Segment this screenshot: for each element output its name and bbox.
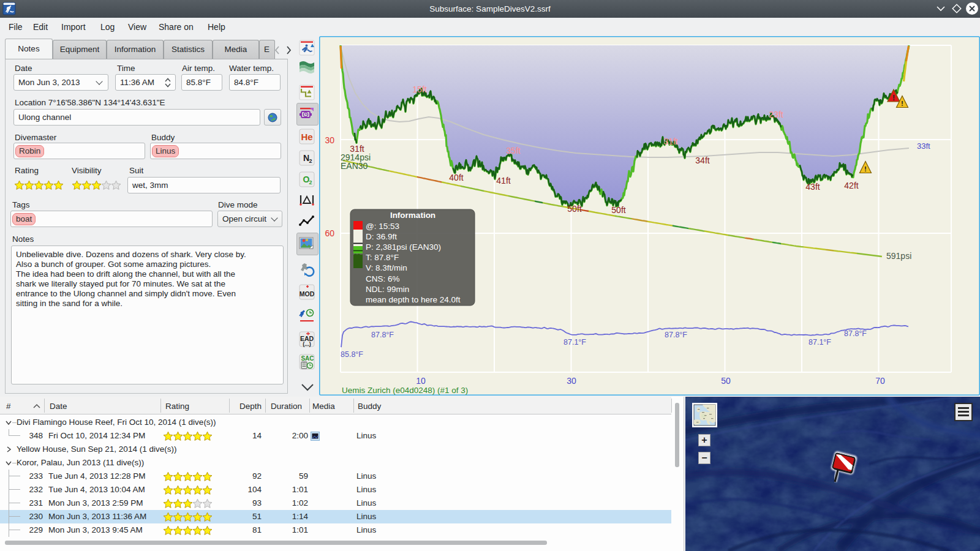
svg-text:40ft: 40ft: [449, 173, 463, 182]
svg-text:SAC: SAC: [301, 355, 314, 362]
svg-text:MOD: MOD: [300, 290, 315, 298]
svg-text:!: !: [901, 99, 903, 107]
svg-text:87.8°F: 87.8°F: [844, 329, 867, 338]
svg-text:34ft: 34ft: [695, 156, 709, 165]
svg-text:mean depth to here 24.0ft: mean depth to here 24.0ft: [366, 295, 461, 304]
svg-text:P: 2,381psi (EAN30): P: 2,381psi (EAN30): [366, 242, 441, 252]
svg-text:43ft: 43ft: [805, 182, 820, 192]
svg-text:85.8°F: 85.8°F: [341, 350, 363, 359]
svg-text:He: He: [301, 132, 312, 142]
svg-text:2: 2: [309, 179, 312, 186]
svg-text:50ft: 50ft: [567, 204, 581, 214]
svg-text:50ft: 50ft: [611, 205, 625, 215]
svg-text:42ft: 42ft: [844, 181, 858, 190]
svg-text:10: 10: [416, 376, 426, 386]
svg-text:V: 8.3ft/min: V: 8.3ft/min: [366, 263, 407, 272]
svg-text:50: 50: [721, 376, 731, 386]
svg-text:87.8°F: 87.8°F: [665, 331, 687, 339]
svg-text:15ft: 15ft: [412, 84, 426, 94]
svg-text:87.1°F: 87.1°F: [809, 338, 831, 347]
svg-text:T: 87.8°F: T: 87.8°F: [366, 253, 399, 262]
svg-text:NDL: 99min: NDL: 99min: [366, 285, 409, 294]
svg-text:35ft: 35ft: [506, 146, 520, 156]
svg-text:2: 2: [309, 158, 312, 164]
svg-text:D: 36.9ft: D: 36.9ft: [366, 232, 397, 241]
svg-text:23ft: 23ft: [769, 110, 783, 119]
svg-text:41ft: 41ft: [496, 176, 510, 186]
svg-text:(...): (...): [303, 341, 311, 347]
svg-text:30: 30: [567, 376, 576, 386]
svg-text:70: 70: [875, 376, 885, 386]
svg-text:@: 15:53: @: 15:53: [366, 222, 399, 231]
svg-text:591psi: 591psi: [886, 251, 911, 261]
svg-text:87.1°F: 87.1°F: [564, 338, 586, 347]
svg-text:Information: Information: [390, 211, 435, 220]
svg-text:EAN30: EAN30: [341, 161, 368, 171]
svg-text:33ft: 33ft: [917, 141, 930, 151]
svg-text:31ft: 31ft: [663, 137, 677, 146]
svg-text:CNS: 6%: CNS: 6%: [366, 274, 400, 283]
svg-text:Uemis Zurich (e04d0248) (#1 of: Uemis Zurich (e04d0248) (#1 of 3): [342, 386, 468, 395]
svg-text:60: 60: [325, 228, 334, 238]
svg-text:87.8°F: 87.8°F: [371, 331, 394, 339]
svg-text:!: !: [864, 165, 867, 173]
svg-text:30: 30: [325, 135, 334, 145]
svg-text:!: !: [892, 94, 895, 102]
